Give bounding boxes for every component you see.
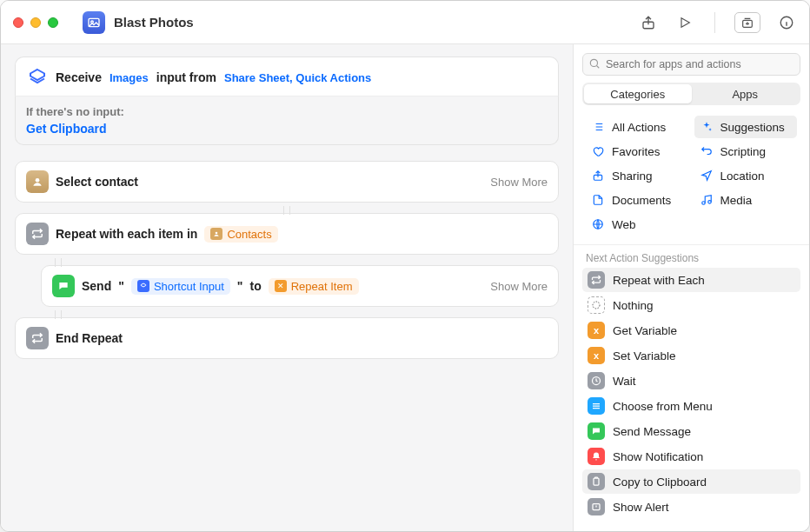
tab-apps[interactable]: Apps (692, 84, 800, 103)
svg-point-12 (593, 302, 600, 309)
sidebar-segmented-control: Categories Apps (582, 83, 800, 105)
run-button[interactable] (674, 12, 695, 33)
send-to: to (249, 279, 261, 293)
category-media[interactable]: Media (694, 189, 798, 211)
location-icon (700, 169, 714, 183)
svg-point-7 (590, 59, 597, 66)
no-input-fallback[interactable]: Get Clipboard (26, 122, 107, 136)
category-scripting[interactable]: Scripting (694, 140, 798, 163)
suggestion-choose-from-menu[interactable]: Choose from Menu (582, 394, 800, 418)
repeat-icon (588, 271, 605, 289)
input-type-token[interactable]: Images (109, 70, 149, 86)
end-repeat-action[interactable]: End Repeat (15, 317, 559, 359)
alert-icon (588, 498, 605, 515)
list-icon (591, 120, 605, 134)
send-verb: Send (82, 279, 111, 293)
receive-verb: Receive (56, 70, 102, 84)
sparkle-icon (700, 120, 714, 134)
clip-icon (588, 473, 605, 490)
suggestion-nothing[interactable]: Nothing (582, 293, 800, 317)
bell-icon (588, 448, 605, 465)
input-source-token[interactable]: Share Sheet, Quick Actions (223, 70, 372, 86)
input-chip-icon (137, 280, 149, 292)
svg-point-9 (701, 202, 705, 205)
suggestion-set-variable[interactable]: xSet Variable (582, 343, 800, 368)
menu-icon (588, 397, 605, 415)
suggestions-list: Repeat with EachNothingxGet VariablexSet… (574, 268, 809, 526)
doc-icon (591, 193, 605, 207)
bubble-icon (588, 422, 605, 440)
suggestion-wait[interactable]: Wait (582, 369, 800, 393)
suggestion-send-message[interactable]: Send Message (582, 419, 800, 443)
repeat-icon (26, 327, 49, 349)
search-icon (588, 57, 601, 70)
variable-chip-icon: ✕ (275, 280, 287, 292)
switch-icon (700, 144, 714, 158)
heart-icon (591, 144, 605, 158)
repeat-action[interactable]: Repeat with each item in Contacts (15, 213, 559, 255)
app-window: Blast Photos (0, 0, 810, 532)
suggestion-show-alert[interactable]: Show Alert (582, 495, 800, 519)
messages-icon (52, 275, 75, 297)
repeat-item-token[interactable]: ✕ Repeat Item (269, 278, 359, 295)
shortcut-input-token[interactable]: Shortcut Input (131, 278, 230, 295)
globe-icon (591, 217, 605, 231)
library-button[interactable] (734, 12, 760, 33)
show-more-button[interactable]: Show More (490, 176, 548, 189)
titlebar: Blast Photos (1, 1, 809, 44)
contacts-icon (26, 170, 49, 193)
x-icon: x (588, 322, 605, 339)
x-icon: x (588, 347, 605, 364)
suggestion-get-variable[interactable]: xGet Variable (582, 318, 800, 342)
repeat-label: Repeat with each item in (56, 227, 197, 241)
share-icon (591, 169, 605, 183)
select-contact-label: Select contact (56, 175, 138, 189)
svg-point-5 (36, 178, 40, 183)
category-sharing[interactable]: Sharing (586, 164, 689, 187)
contacts-chip-icon (210, 228, 222, 240)
app-icon (83, 11, 105, 34)
send-message-action[interactable]: Send " Shortcut Input " to ✕ Repeat Item (41, 265, 559, 307)
receive-icon (26, 66, 49, 89)
category-location[interactable]: Location (694, 164, 798, 187)
zoom-window-button[interactable] (48, 17, 58, 28)
no-input-label: If there's no input: (26, 105, 548, 118)
repeat-collection-token[interactable]: Contacts (204, 226, 277, 243)
category-favorites[interactable]: Favorites (586, 140, 689, 163)
suggestion-repeat-with-each[interactable]: Repeat with Each (582, 268, 800, 292)
select-contact-action[interactable]: Select contact Show More (15, 161, 559, 203)
minimize-window-button[interactable] (30, 17, 41, 28)
category-all-actions[interactable]: All Actions (586, 116, 689, 138)
suggestions-header: Next Action Suggestions (574, 244, 809, 268)
no-input-section: If there's no input: Get Clipboard (15, 96, 559, 145)
music-icon (700, 193, 714, 207)
category-suggestions[interactable]: Suggestions (694, 116, 798, 138)
categories-grid: All ActionsSuggestionsFavoritesScripting… (574, 112, 809, 244)
end-repeat-label: End Repeat (56, 331, 123, 345)
suggestion-show-notification[interactable]: Show Notification (582, 444, 800, 469)
category-documents[interactable]: Documents (586, 189, 689, 211)
dashed-icon (588, 296, 605, 314)
clock-icon (588, 372, 605, 389)
share-button[interactable] (638, 12, 659, 33)
tab-categories[interactable]: Categories (584, 84, 692, 103)
receive-input-action[interactable]: Receive Images input from Share Sheet, Q… (15, 57, 559, 96)
search-field-wrapper (582, 53, 800, 76)
actions-sidebar: Categories Apps All ActionsSuggestionsFa… (573, 44, 809, 531)
close-window-button[interactable] (13, 17, 23, 28)
receive-mid: input from (156, 70, 216, 84)
suggestion-copy-to-clipboard[interactable]: Copy to Clipboard (582, 469, 800, 494)
category-web[interactable]: Web (586, 213, 689, 236)
info-button[interactable] (776, 12, 797, 33)
workflow-editor[interactable]: Receive Images input from Share Sheet, Q… (1, 44, 573, 531)
window-controls (13, 17, 58, 28)
search-input[interactable] (582, 53, 800, 76)
svg-point-6 (216, 232, 218, 235)
show-more-button[interactable]: Show More (490, 280, 548, 293)
svg-rect-14 (594, 478, 599, 485)
svg-point-10 (707, 201, 711, 204)
repeat-icon (26, 223, 49, 245)
window-title: Blast Photos (114, 15, 194, 30)
